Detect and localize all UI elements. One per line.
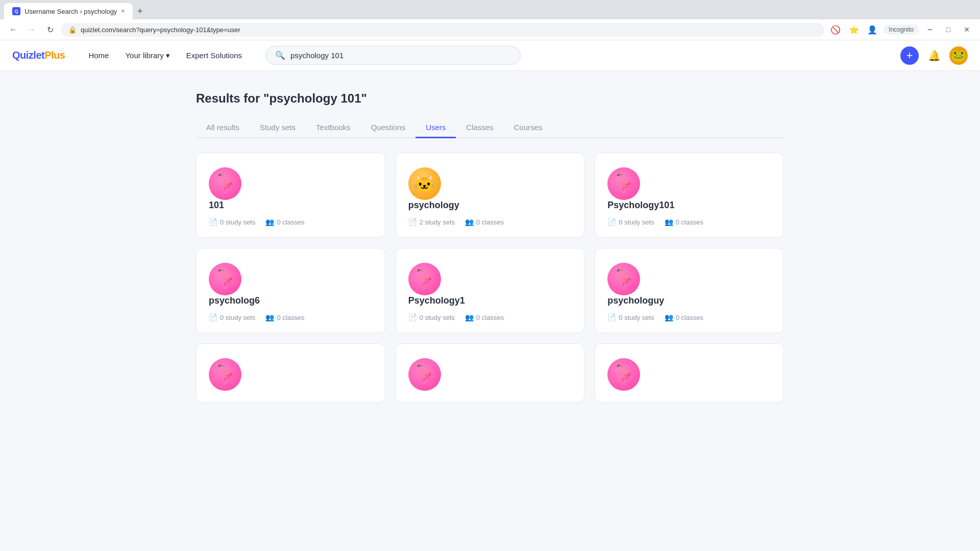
user-avatar-psychology1: 🦩 (408, 263, 441, 295)
app-header: QuizletPlus Home Your library ▾ Expert S… (0, 40, 980, 71)
browser-nav: ← → ↻ 🔒 quizlet.com/search?query=psychol… (0, 19, 980, 40)
study-sets-stat: 📄 0 study sets (209, 313, 255, 321)
create-button[interactable]: + (900, 46, 919, 65)
user-avatar-row3-3: 🦩 (607, 358, 640, 391)
new-tab-button[interactable]: + (133, 4, 147, 18)
user-stats-psychology101: 📄 0 study sets 👥 0 classes (607, 218, 771, 226)
user-card-psychology1[interactable]: 🦩 Psychology1 📄 0 study sets 👥 0 classes (396, 248, 585, 333)
study-sets-icon: 📄 (209, 313, 217, 321)
tab-study-sets[interactable]: Study sets (250, 118, 306, 138)
filter-tabs: All results Study sets Textbooks Questio… (196, 118, 784, 138)
main-content: Results for "psychology 101" All results… (184, 71, 796, 423)
user-stats-101: 📄 0 study sets 👥 0 classes (209, 218, 373, 226)
browser-nav-right: 🚫 ⭐ 👤 Incognito − □ × (828, 22, 974, 37)
address-text: quizlet.com/search?query=psychology-101&… (81, 26, 817, 34)
study-sets-icon: 📄 (607, 218, 616, 226)
incognito-button[interactable]: Incognito (884, 24, 919, 35)
user-avatar-psycholog6: 🦩 (209, 263, 241, 295)
maximize-button[interactable]: □ (941, 22, 955, 37)
user-name-101: 101 (209, 200, 373, 211)
bookmark-icon[interactable]: ⭐ (847, 22, 861, 37)
classes-stat: 👥 0 classes (465, 218, 504, 226)
user-card-row3-1[interactable]: 🦩 (196, 343, 385, 403)
classes-stat: 👥 0 classes (465, 313, 504, 321)
user-name-psychology: psychology (408, 200, 572, 211)
tab-courses[interactable]: Courses (504, 118, 553, 138)
reload-button[interactable]: ↻ (43, 22, 57, 37)
user-name-psychology1: Psychology1 (408, 295, 572, 306)
header-right: + 🔔 🐸 (900, 46, 968, 65)
address-bar[interactable]: 🔒 quizlet.com/search?query=psychology-10… (61, 23, 824, 37)
classes-stat: 👥 0 classes (665, 218, 703, 226)
avatar-emoji: 🐸 (951, 48, 966, 63)
search-icon: 🔍 (275, 51, 285, 60)
classes-stat: 👥 0 classes (265, 313, 304, 321)
classes-icon: 👥 (265, 218, 274, 226)
user-name-psychologuy: psychologuy (607, 295, 771, 306)
study-sets-stat: 📄 0 study sets (607, 313, 654, 321)
results-title: Results for "psychology 101" (196, 91, 784, 106)
user-avatar-row3-2: 🦩 (408, 358, 441, 391)
nav-home[interactable]: Home (81, 47, 116, 64)
classes-icon: 👥 (665, 218, 673, 226)
study-sets-stat: 📄 2 study sets (408, 218, 455, 226)
study-sets-icon: 📄 (209, 218, 217, 226)
tab-all-results[interactable]: All results (196, 118, 250, 138)
classes-stat: 👥 0 classes (665, 313, 703, 321)
logo-plus: Plus (44, 49, 65, 61)
study-sets-icon: 📄 (607, 313, 616, 321)
forward-button[interactable]: → (24, 22, 39, 37)
user-card-psychologuy[interactable]: 🦩 psychologuy 📄 0 study sets 👥 0 classes (595, 248, 784, 333)
search-input[interactable] (290, 51, 511, 60)
chevron-down-icon: ▾ (166, 51, 170, 60)
user-avatar-psychology: 🐱 (408, 167, 441, 200)
user-card-psycholog6[interactable]: 🦩 psycholog6 📄 0 study sets 👥 0 classes (196, 248, 385, 333)
nav-library[interactable]: Your library ▾ (118, 47, 177, 64)
user-card-psychology[interactable]: 🐱 psychology 📄 2 study sets 👥 0 classes (396, 153, 585, 238)
classes-icon: 👥 (665, 313, 673, 321)
avatar[interactable]: 🐸 (949, 46, 968, 65)
user-card-row3-2[interactable]: 🦩 (396, 343, 585, 403)
tab-users[interactable]: Users (415, 118, 456, 138)
logo[interactable]: QuizletPlus (12, 49, 65, 61)
classes-icon: 👥 (465, 218, 474, 226)
tab-title: Username Search › psychology (24, 8, 117, 15)
user-avatar-psychologuy: 🦩 (607, 263, 640, 295)
tab-textbooks[interactable]: Textbooks (306, 118, 361, 138)
tab-classes[interactable]: Classes (456, 118, 503, 138)
main-nav: Home Your library ▾ Expert Solutions (81, 47, 249, 64)
close-tab-button[interactable]: × (121, 8, 125, 15)
user-name-psycholog6: psycholog6 (209, 295, 373, 306)
user-avatar-psychology101: 🦩 (607, 167, 640, 200)
classes-icon: 👥 (265, 313, 274, 321)
active-tab[interactable]: Q Username Search › psychology × (4, 3, 133, 19)
user-stats-psychology: 📄 2 study sets 👥 0 classes (408, 218, 572, 226)
browser-chrome: Q Username Search › psychology × + ← → ↻… (0, 0, 980, 40)
user-stats-psycholog6: 📄 0 study sets 👥 0 classes (209, 313, 373, 321)
user-stats-psychology1: 📄 0 study sets 👥 0 classes (408, 313, 572, 321)
user-stats-psychologuy: 📄 0 study sets 👥 0 classes (607, 313, 771, 321)
search-bar[interactable]: 🔍 (265, 46, 521, 65)
address-lock-icon: 🔒 (68, 26, 77, 34)
study-sets-icon: 📄 (408, 218, 417, 226)
classes-stat: 👥 0 classes (265, 218, 304, 226)
user-name-psychology101: Psychology101 (607, 200, 771, 211)
profile-icon[interactable]: 👤 (865, 22, 879, 37)
user-card-row3-3[interactable]: 🦩 (595, 343, 784, 403)
minimize-button[interactable]: − (923, 22, 937, 37)
user-cards-grid: 🦩 101 📄 0 study sets 👥 0 classes 🐱 psych… (196, 153, 784, 403)
study-sets-stat: 📄 0 study sets (209, 218, 255, 226)
user-avatar-row3-1: 🦩 (209, 358, 241, 391)
user-avatar-101: 🦩 (209, 167, 241, 200)
tab-bar: Q Username Search › psychology × + (0, 0, 980, 19)
tab-questions[interactable]: Questions (361, 118, 416, 138)
back-button[interactable]: ← (6, 22, 20, 37)
notifications-button[interactable]: 🔔 (925, 46, 943, 65)
nav-expert[interactable]: Expert Solutions (179, 47, 249, 64)
user-card-psychology101[interactable]: 🦩 Psychology101 📄 0 study sets 👥 0 class… (595, 153, 784, 238)
user-card-101[interactable]: 🦩 101 📄 0 study sets 👥 0 classes (196, 153, 385, 238)
close-window-button[interactable]: × (960, 22, 974, 37)
study-sets-icon: 📄 (408, 313, 417, 321)
study-sets-stat: 📄 0 study sets (408, 313, 455, 321)
eye-slash-icon[interactable]: 🚫 (828, 22, 843, 37)
